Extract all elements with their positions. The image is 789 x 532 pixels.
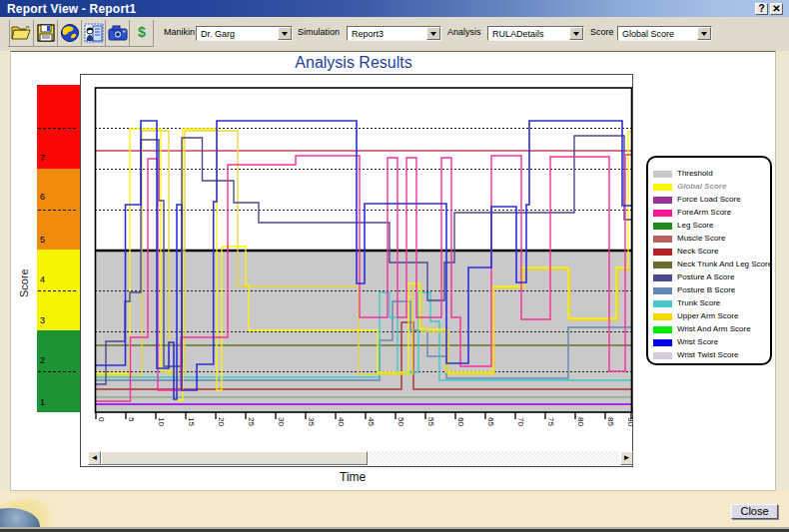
svg-text:75: 75 [546, 417, 555, 426]
svg-text:50: 50 [396, 417, 405, 426]
svg-text:60: 60 [456, 417, 465, 426]
svg-text:10: 10 [157, 417, 166, 426]
svg-text:85: 85 [606, 417, 615, 426]
svg-text:5: 5 [127, 417, 136, 422]
svg-text:15: 15 [187, 417, 196, 426]
svg-text:40: 40 [337, 417, 346, 426]
svg-text:80: 80 [576, 417, 585, 426]
svg-text:70: 70 [516, 417, 525, 426]
svg-text:90: 90 [626, 417, 633, 426]
svg-text:25: 25 [247, 417, 256, 426]
svg-text:30: 30 [277, 417, 286, 426]
svg-text:45: 45 [367, 417, 376, 426]
svg-text:35: 35 [307, 417, 316, 426]
svg-text:65: 65 [486, 417, 495, 426]
svg-text:0: 0 [97, 417, 106, 422]
svg-text:20: 20 [217, 417, 226, 426]
svg-text:55: 55 [426, 417, 435, 426]
